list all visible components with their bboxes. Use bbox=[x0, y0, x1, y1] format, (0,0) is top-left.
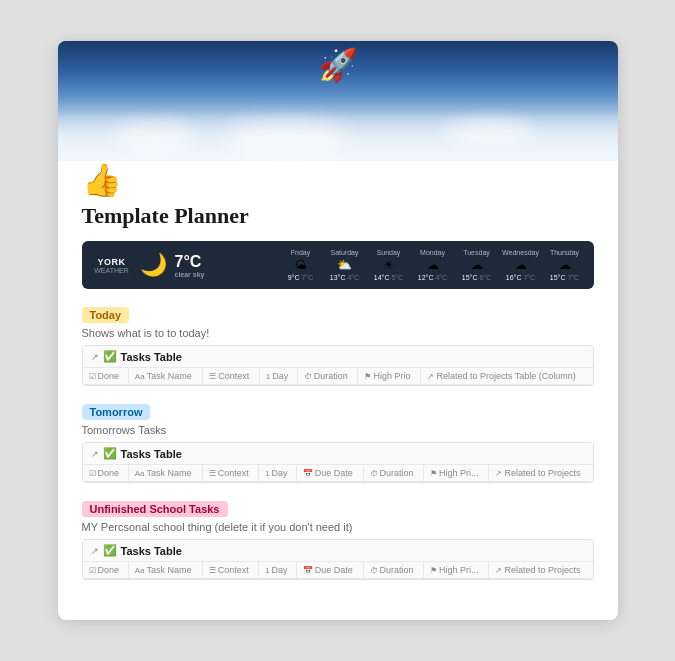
page-icon: 👍 bbox=[82, 161, 594, 199]
weather-day: Thursday ☁ 15°C 7°C bbox=[546, 249, 584, 281]
weather-day: Wednesday ☁ 16°C 7°C bbox=[502, 249, 540, 281]
tomorrow-db-arrow: ↗ bbox=[91, 449, 99, 459]
school-table-head: ☑DoneAaTask Name☰Context1Day📅Due Date⏱Du… bbox=[83, 562, 593, 579]
weather-main-temp: 7°C clear sky bbox=[175, 253, 215, 278]
weather-day: Tuesday ☁ 15°C 6°C bbox=[458, 249, 496, 281]
today-db-checkbox: ✅ bbox=[103, 350, 117, 363]
table-column-header: ☰Context bbox=[203, 368, 260, 385]
table-column-header: ↗Related to Projects bbox=[489, 562, 593, 579]
table-column-header: ⚑High Prio bbox=[358, 368, 421, 385]
tomorrow-db-checkbox: ✅ bbox=[103, 447, 117, 460]
table-column-header: 📅Due Date bbox=[296, 465, 363, 482]
school-table-header-row: ☑DoneAaTask Name☰Context1Day📅Due Date⏱Du… bbox=[83, 562, 593, 579]
tomorrow-table-header-row: ☑DoneAaTask Name☰Context1Day📅Due Date⏱Du… bbox=[83, 465, 593, 482]
table-column-header: ☑Done bbox=[83, 562, 129, 579]
badge-school: Unfinished School Tasks bbox=[82, 501, 228, 517]
table-column-header: ☰Context bbox=[202, 465, 258, 482]
table-column-header: 1Day bbox=[259, 368, 297, 385]
tomorrow-table: ☑DoneAaTask Name☰Context1Day📅Due Date⏱Du… bbox=[83, 465, 593, 482]
hero-image: 🚀 bbox=[58, 41, 618, 161]
today-table-header-row: ☑DoneAaTask Name☰Context1Day⏱Duration⚑Hi… bbox=[83, 368, 593, 385]
tomorrow-linked-db: ↗ ✅ Tasks Table ☑DoneAaTask Name☰Context… bbox=[82, 442, 594, 483]
today-table: ☑DoneAaTask Name☰Context1Day⏱Duration⚑Hi… bbox=[83, 368, 593, 385]
section-school: Unfinished School Tasks MY Percsonal sch… bbox=[82, 499, 594, 580]
school-db-header: ↗ ✅ Tasks Table bbox=[83, 540, 593, 562]
school-db-name: Tasks Table bbox=[121, 545, 182, 557]
school-description: MY Percsonal school thing (delete it if … bbox=[82, 521, 594, 533]
weather-day: Sunday ☀ 14°C 5°C bbox=[370, 249, 408, 281]
page-title: Template Planner bbox=[82, 203, 594, 229]
page-wrapper: 🚀 👍 Template Planner YORK WEATHER bbox=[0, 0, 675, 661]
table-column-header: ☰Context bbox=[202, 562, 258, 579]
badge-today: Today bbox=[82, 307, 130, 323]
table-column-header: ⚑High Pri... bbox=[424, 465, 489, 482]
today-linked-db: ↗ ✅ Tasks Table ☑DoneAaTask Name☰Context… bbox=[82, 345, 594, 386]
table-column-header: ⏱Duration bbox=[297, 368, 358, 385]
section-today: Today Shows what is to to today! ↗ ✅ Tas… bbox=[82, 305, 594, 386]
school-linked-db: ↗ ✅ Tasks Table ☑DoneAaTask Name☰Context… bbox=[82, 539, 594, 580]
today-db-header: ↗ ✅ Tasks Table bbox=[83, 346, 593, 368]
weather-main-icon: 🌙 bbox=[140, 252, 167, 278]
today-table-head: ☑DoneAaTask Name☰Context1Day⏱Duration⚑Hi… bbox=[83, 368, 593, 385]
school-db-checkbox: ✅ bbox=[103, 544, 117, 557]
page-content: 👍 Template Planner YORK WEATHER 🌙 7°C cl… bbox=[58, 161, 618, 620]
table-column-header: AaTask Name bbox=[128, 465, 202, 482]
school-db-arrow: ↗ bbox=[91, 546, 99, 556]
tomorrow-db-name: Tasks Table bbox=[121, 448, 182, 460]
tomorrow-table-head: ☑DoneAaTask Name☰Context1Day📅Due Date⏱Du… bbox=[83, 465, 593, 482]
table-column-header: ⏱Duration bbox=[363, 562, 424, 579]
table-column-header: 📅Due Date bbox=[296, 562, 363, 579]
today-description: Shows what is to to today! bbox=[82, 327, 594, 339]
tomorrow-db-header: ↗ ✅ Tasks Table bbox=[83, 443, 593, 465]
table-column-header: AaTask Name bbox=[128, 562, 202, 579]
table-column-header: ↗Related to Projects bbox=[489, 465, 593, 482]
table-column-header: ⏱Duration bbox=[363, 465, 424, 482]
tomorrow-description: Tomorrows Tasks bbox=[82, 424, 594, 436]
weather-day: Monday ☁ 12°C 4°C bbox=[414, 249, 452, 281]
weather-day: Friday 🌤 9°C 7°C bbox=[282, 249, 320, 281]
table-column-header: 1Day bbox=[259, 465, 297, 482]
weather-day: Saturday ⛅ 13°C 4°C bbox=[326, 249, 364, 281]
notion-page: 🚀 👍 Template Planner YORK WEATHER bbox=[58, 41, 618, 620]
table-column-header: ⚑High Pri... bbox=[424, 562, 489, 579]
weather-location: YORK WEATHER bbox=[92, 257, 132, 274]
weather-widget: YORK WEATHER 🌙 7°C clear sky Friday 🌤 9°… bbox=[82, 241, 594, 289]
today-db-arrow: ↗ bbox=[91, 352, 99, 362]
section-tomorrow: Tomorrow Tomorrows Tasks ↗ ✅ Tasks Table… bbox=[82, 402, 594, 483]
table-column-header: ↗Related to Projects Table (Column) bbox=[421, 368, 593, 385]
weather-days: Friday 🌤 9°C 7°C Saturday ⛅ 13°C 4°C Sun… bbox=[223, 249, 584, 281]
school-table: ☑DoneAaTask Name☰Context1Day📅Due Date⏱Du… bbox=[83, 562, 593, 579]
table-column-header: ☑Done bbox=[83, 368, 129, 385]
table-column-header: AaTask Name bbox=[128, 368, 202, 385]
table-column-header: 1Day bbox=[259, 562, 297, 579]
today-db-name: Tasks Table bbox=[121, 351, 182, 363]
table-column-header: ☑Done bbox=[83, 465, 129, 482]
badge-tomorrow: Tomorrow bbox=[82, 404, 151, 420]
